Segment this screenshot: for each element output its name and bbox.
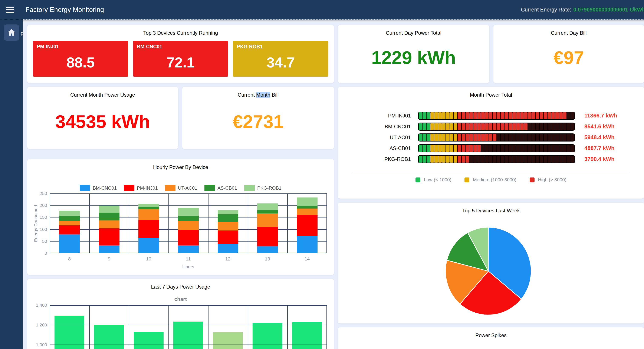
bar-segment [438,112,442,119]
stacked-bar-segment [257,210,278,214]
gridline-v [248,305,248,349]
bar-segment [567,156,570,163]
stacked-bar-segment [297,197,318,206]
bar-segment [469,123,473,130]
device-label: BM-CNC01 [338,124,418,130]
bar-segment [497,156,500,163]
stacked-bar-segment [257,227,278,246]
legend-label: Medium (1000-3000) [473,177,516,183]
stacked-bar-segment [257,203,278,210]
bar-segment [504,145,508,152]
card-title: Current Day Power Total [338,30,489,36]
x-tick-label: 10 [129,256,168,262]
bar-segment [466,134,469,141]
sidebar: F [0,19,23,349]
bar-segment [446,123,449,130]
bar-segment [501,123,504,130]
bar-segment [508,134,512,141]
stacked-bar-segment [138,238,159,253]
bar-segment [450,156,454,163]
stacked-bar-segment [138,207,159,209]
bar [252,323,282,349]
bar-segment [462,123,465,130]
y-tick-label: 0 [32,251,47,256]
energy-rate: Current Energy Rate: 0.07909000000000001… [521,0,644,19]
bar-segment [536,156,539,163]
bar-segment [559,145,563,152]
stacked-bar-segment [218,210,238,214]
horizontal-scrollbar[interactable] [23,19,644,22]
title-text: Bill [270,92,278,98]
bar-segment [520,112,524,119]
gridline-h [50,345,327,345]
bar-segment [426,123,430,130]
sidebar-item-home[interactable] [4,24,20,41]
bar-segment [555,134,558,141]
bar-segment [493,134,496,141]
bar-segment [434,112,438,119]
bar [292,322,322,349]
bar-segment [481,112,484,119]
gridline-v [326,193,327,253]
bar-segment [532,145,536,152]
x-tick-label: 14 [287,256,327,262]
gridline-v [168,305,169,349]
bar-segment [532,134,536,141]
bar-segment [458,112,461,119]
bar-segment [520,134,524,141]
bar-segment [555,123,558,130]
bar-segment [469,134,473,141]
month-total-row: PM-INJ0111366.7 kWh [338,110,644,121]
device-label: UT-AC01 [338,134,418,140]
segmented-bar [418,155,575,163]
bar-segment [516,123,520,130]
bar [213,333,243,349]
bar-segment [469,156,473,163]
bar-segment [426,145,430,152]
plot-area [50,193,327,253]
pie-chart [338,215,644,322]
bar-segment [489,145,492,152]
gridline-v [287,193,288,253]
bar-segment [571,156,574,163]
bar-segment [512,134,516,141]
bar-segment [434,145,438,152]
x-tick-label: 8 [50,256,89,262]
bar-segment [474,134,477,141]
divider [352,172,630,172]
bar-segment [512,145,516,152]
bar-segment [551,156,555,163]
bar-segment [528,145,531,152]
device-label: AS-CB01 [338,145,418,151]
bar-segment [485,123,488,130]
bar-segment [516,156,520,163]
device-kwh-value: 5948.4 kWh [575,134,644,141]
bar-segment [544,145,547,152]
plot-area [50,305,327,349]
bar-segment [469,145,473,152]
energy-rate-label: Current Energy Rate: [521,6,571,13]
stacked-bar-segment [59,225,80,235]
bar-segment [446,134,449,141]
bar-segment [458,145,461,152]
bar-segment [442,112,446,119]
day-bill-value: €97 [494,36,644,83]
bar-segment [481,145,484,152]
bar-segment [430,123,434,130]
bar-segment [540,145,543,152]
segmented-bar [418,144,575,152]
bar-segment [493,123,496,130]
hamburger-menu-icon[interactable] [6,5,16,14]
bar-segment [454,134,457,141]
bar-segment [528,134,531,141]
bar-segment [508,123,512,130]
bar [54,316,84,349]
stacked-bar-segment [297,236,318,253]
y-axis-title: Energy Consumed [33,205,38,242]
bar-segment [567,112,570,119]
bar-segment [571,112,574,119]
bar-segment [504,156,508,163]
selected-text: Month [256,92,270,98]
bar-segment [536,134,539,141]
stacked-bar-segment [178,208,199,216]
